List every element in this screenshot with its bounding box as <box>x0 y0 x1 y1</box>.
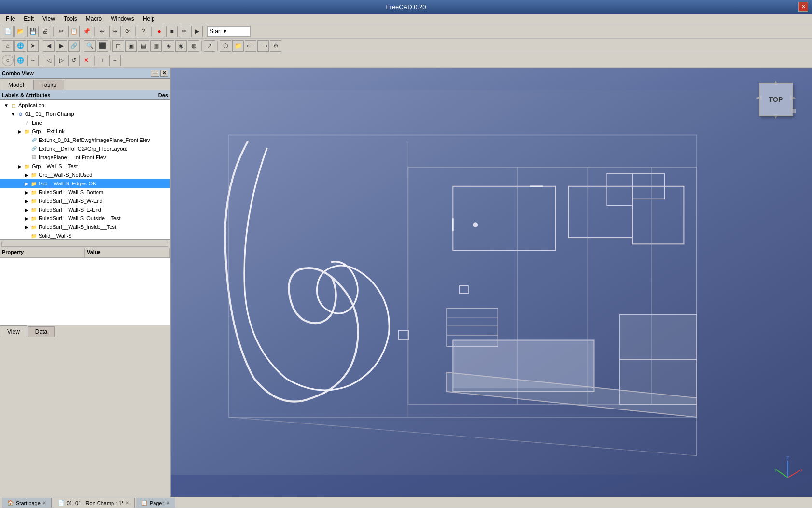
tree-item-ruled-outside[interactable]: ▶ 📁 RuledSurf__Wall-S_Outside__Test <box>0 214 170 223</box>
nav-fwd-btn[interactable]: ▶ <box>56 40 67 52</box>
menu-macro[interactable]: Macro <box>82 14 106 23</box>
combo-close-btn[interactable]: ✕ <box>160 70 168 77</box>
view-right-btn[interactable]: ▥ <box>150 40 162 52</box>
tree-scrollbar-h[interactable] <box>0 240 170 248</box>
tab-view[interactable]: View <box>0 325 27 337</box>
stop-btn[interactable]: ■ <box>166 26 178 37</box>
play-btn[interactable]: ▶ <box>191 26 203 37</box>
tree-item-grp-wall-test[interactable]: ▶ 📁 Grp__Wall-S__Test <box>0 162 170 170</box>
tree-item-ron-champ[interactable]: ▼ ⚙ 01_ 01_ Ron Champ <box>0 110 170 118</box>
workbench-d-btn[interactable]: ⟶ <box>257 40 269 52</box>
expand-arrow-grpext[interactable]: ▶ <box>16 129 23 134</box>
tree-item-ruled-eend[interactable]: ▶ 📁 RuledSurf__Wall-S_E-End <box>0 205 170 214</box>
help-btn[interactable]: ? <box>138 26 149 37</box>
expand-arrow-walltest[interactable]: ▶ <box>16 164 23 169</box>
menu-view[interactable]: View <box>39 14 59 23</box>
viewport[interactable]: ▲ ◀ ▶ ▼ TOP X Y Z <box>171 68 812 497</box>
view-home-btn[interactable]: ⌂ <box>2 40 14 52</box>
tree-item-ruled-inside[interactable]: ▶ 📁 RuledSurf__Wall-S_Inside__Test <box>0 223 170 231</box>
expand-arrow-routside[interactable]: ▶ <box>23 216 30 221</box>
tab-page[interactable]: 📋 Page* ✕ <box>136 498 175 508</box>
view-arrow-btn[interactable]: ➤ <box>27 40 39 52</box>
edit-macro-btn[interactable]: ✏ <box>179 26 190 37</box>
nav-circle-btn[interactable]: ○ <box>2 55 14 66</box>
nav-plus-btn[interactable]: + <box>97 55 108 66</box>
menu-file[interactable]: File <box>2 14 19 23</box>
start-page-close[interactable]: ✕ <box>42 500 46 506</box>
select-btn[interactable]: ↗ <box>204 40 215 52</box>
tree-item-ruled-bottom[interactable]: ▶ 📁 RuledSurf__Wall-S_Bottom <box>0 188 170 197</box>
tab-ron-champ[interactable]: 📄 01_01_ Ron Champ : 1* ✕ <box>53 498 135 508</box>
menu-tools[interactable]: Tools <box>60 14 81 23</box>
paste-btn[interactable]: 📌 <box>81 26 92 37</box>
tree-item-grp-notused[interactable]: ▶ 📁 Grp__Wall-S_NotUsed <box>0 170 170 179</box>
workbench-a-btn[interactable]: ⬡ <box>220 40 231 52</box>
tree-item-application[interactable]: ▼ ◻ Application <box>0 101 170 110</box>
tree-item-ruled-wend[interactable]: ▶ 📁 RuledSurf__Wall-S_W-End <box>0 197 170 205</box>
nav-page-btn[interactable]: 🔗 <box>68 40 80 52</box>
view-globe-btn[interactable]: 🌐 <box>14 40 26 52</box>
tab-data[interactable]: Data <box>28 326 55 337</box>
close-button[interactable]: ✕ <box>798 2 808 12</box>
view-front-btn[interactable]: ▤ <box>138 40 149 52</box>
record-btn[interactable]: ● <box>154 26 165 37</box>
expand-arrow-notused[interactable]: ▶ <box>23 172 30 178</box>
combo-minimize-btn[interactable]: — <box>151 70 159 77</box>
ron-champ-close[interactable]: ✕ <box>126 500 129 506</box>
tree-item-grp-ext-lnk[interactable]: ▶ 📁 Grp__Ext-Lnk <box>0 127 170 136</box>
nav-reload-btn[interactable]: ↺ <box>68 55 80 66</box>
copy-btn[interactable]: 📋 <box>68 26 80 37</box>
tree-item-grp-edges[interactable]: ▶ 📁 Grp__Wall-S_Edges-OK <box>0 179 170 188</box>
nav-next-btn[interactable]: ▷ <box>56 55 67 66</box>
tree-item-solid-wall[interactable]: 📁 Solid__Wall-S <box>0 231 170 240</box>
view-bottom-btn[interactable]: ◉ <box>175 40 187 52</box>
workbench-dropdown[interactable]: Start ▾ <box>207 26 251 37</box>
tree-item-extlnk-dxf[interactable]: 🔗 ExtLnk__DxfToFC2#Grp_FloorLayout <box>0 144 170 153</box>
view-left-btn[interactable]: ◍ <box>188 40 199 52</box>
view3d-btn[interactable]: ⬛ <box>97 40 108 52</box>
workbench-b-btn[interactable]: 📁 <box>232 40 244 52</box>
tab-model[interactable]: Model <box>0 79 32 90</box>
menu-windows[interactable]: Windows <box>107 14 138 23</box>
ruled-outside-icon: 📁 <box>30 214 38 222</box>
nav-cube-face[interactable]: TOP <box>759 83 793 116</box>
tree-item-line[interactable]: ∕ Line <box>0 118 170 127</box>
undo-btn[interactable]: ↩ <box>97 26 108 37</box>
view-std-btn[interactable]: ◻ <box>112 40 124 52</box>
nav-forward-btn[interactable]: → <box>27 55 39 66</box>
sep5 <box>205 27 205 36</box>
print-btn[interactable]: 🖨 <box>40 26 51 37</box>
nav-cube[interactable]: ▲ ◀ ▶ ▼ TOP <box>754 78 798 121</box>
view-rear-btn[interactable]: ◈ <box>163 40 174 52</box>
new-btn[interactable]: 📄 <box>2 26 14 37</box>
redo-btn[interactable]: ↪ <box>109 26 121 37</box>
expand-arrow-rinside[interactable]: ▶ <box>23 225 30 230</box>
expand-arrow-rwend[interactable]: ▶ <box>23 198 30 204</box>
menu-edit[interactable]: Edit <box>20 14 38 23</box>
refresh-btn[interactable]: ⟳ <box>122 26 133 37</box>
open-btn[interactable]: 📂 <box>14 26 26 37</box>
expand-arrow-app[interactable]: ▼ <box>3 103 10 108</box>
expand-arrow-reend[interactable]: ▶ <box>23 207 30 212</box>
workbench-e-btn[interactable]: ⚙ <box>270 40 281 52</box>
menu-help[interactable]: Help <box>139 14 159 23</box>
expand-arrow-rbot[interactable]: ▶ <box>23 190 30 195</box>
nav-stop-btn[interactable]: ✕ <box>81 55 92 66</box>
tab-tasks[interactable]: Tasks <box>33 80 65 90</box>
workbench-c-btn[interactable]: ⟵ <box>245 40 256 52</box>
nav-prev-btn[interactable]: ◁ <box>43 55 55 66</box>
cut-btn[interactable]: ✂ <box>56 26 67 37</box>
tree-area[interactable]: ▼ ◻ Application ▼ ⚙ 01_ 01_ Ron Champ ∕ … <box>0 100 170 240</box>
tree-item-imageplane[interactable]: 🖼 ImagePlane__ Int Front Elev <box>0 153 170 162</box>
nav-back-btn[interactable]: ◀ <box>43 40 55 52</box>
tab-start-page[interactable]: 🏠 Start page ✕ <box>2 498 52 508</box>
tree-item-extlnk-ref[interactable]: 🔗 ExtLnk_0_01_RefDwg#ImagePlane_Front El… <box>0 136 170 144</box>
zoom-sel-btn[interactable]: 🔍 <box>84 40 96 52</box>
nav-globe2-btn[interactable]: 🌐 <box>14 55 26 66</box>
save-btn[interactable]: 💾 <box>27 26 39 37</box>
page-close[interactable]: ✕ <box>166 500 170 506</box>
nav-minus-btn[interactable]: − <box>109 55 121 66</box>
view-top-btn[interactable]: ▣ <box>125 40 137 52</box>
expand-arrow-ron[interactable]: ▼ <box>10 112 16 117</box>
expand-arrow-edges[interactable]: ▶ <box>23 181 30 186</box>
